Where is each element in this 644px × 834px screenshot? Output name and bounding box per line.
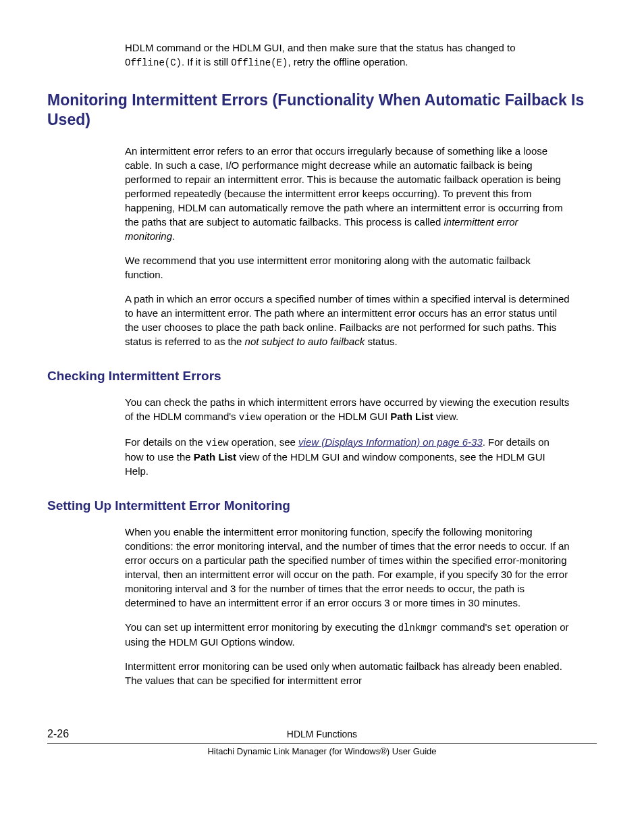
code-offline-c: Offline(C): [125, 57, 182, 68]
text: For details on the: [125, 436, 206, 448]
code-view: view: [239, 412, 262, 423]
paragraph: An intermittent error refers to an error…: [125, 144, 570, 243]
text: , retry the offline operation.: [288, 56, 408, 68]
bold-path-list: Path List: [194, 451, 236, 463]
paragraph: A path in which an error occurs a specif…: [125, 292, 570, 348]
heading-monitoring-intermittent-errors: Monitoring Intermittent Errors (Function…: [47, 90, 597, 131]
footer-section-title: HDLM Functions: [287, 729, 357, 739]
paragraph: For details on the view operation, see v…: [125, 435, 570, 479]
code-view: view: [206, 438, 229, 448]
text: operation, see: [229, 436, 298, 448]
text: You can set up intermittent error monito…: [125, 621, 398, 633]
paragraph: You can set up intermittent error monito…: [125, 620, 570, 650]
text: . If it is still: [182, 56, 231, 68]
bold-path-list: Path List: [390, 411, 433, 422]
text: operation or the HDLM GUI: [261, 411, 390, 422]
footer-doc-title: Hitachi Dynamic Link Manager (for Window…: [47, 746, 597, 758]
paragraph: When you enable the intermittent error m…: [125, 525, 570, 610]
text: HDLM command or the HDLM GUI, and then m…: [125, 42, 516, 53]
heading-setting-up-intermittent-error-monitoring: Setting Up Intermittent Error Monitoring: [47, 497, 597, 515]
page-number: 2-26: [47, 727, 69, 741]
page-footer: 2-26 HDLM Functions Hitachi Dynamic Link…: [47, 728, 597, 758]
code-dlnkmgr: dlnkmgr: [398, 623, 438, 633]
heading-checking-intermittent-errors: Checking Intermittent Errors: [47, 367, 597, 386]
text: .: [172, 230, 175, 242]
paragraph: Intermittent error monitoring can be use…: [125, 659, 570, 687]
paragraph: We recommend that you use intermittent e…: [125, 253, 570, 282]
intro-paragraph: HDLM command or the HDLM GUI, and then m…: [125, 41, 570, 70]
text: command's: [437, 621, 495, 633]
code-set: set: [495, 623, 512, 633]
term-not-subject-to-auto-failback: not subject to auto failback: [245, 336, 365, 347]
text: view.: [433, 411, 459, 422]
paragraph: You can check the paths in which intermi…: [125, 395, 570, 425]
text: status.: [365, 336, 397, 347]
link-view-displays-information[interactable]: view (Displays Information) on page 6-33: [298, 436, 483, 448]
code-offline-e: Offline(E): [231, 57, 288, 68]
